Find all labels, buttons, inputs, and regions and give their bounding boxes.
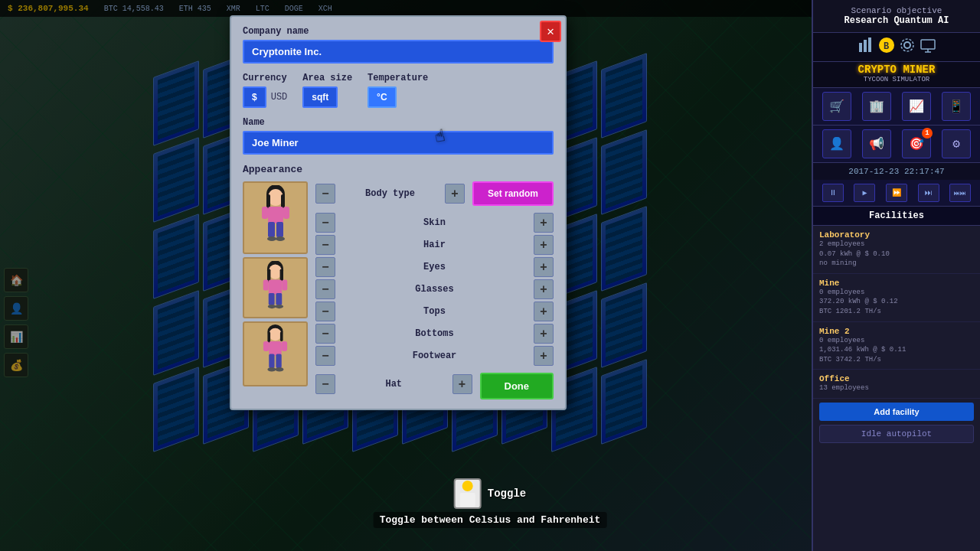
- char-preview-mid: [243, 257, 308, 318]
- fast-btn[interactable]: ⏩: [886, 184, 907, 202]
- bottoms-plus[interactable]: +: [534, 324, 554, 344]
- facility-mine2-emp: 0 employees: [819, 336, 974, 346]
- sidebar-megaphone-btn[interactable]: 📢: [862, 129, 891, 158]
- bar-chart-icon: [858, 37, 874, 54]
- facility-mine2-name: Mine 2: [819, 327, 974, 336]
- bitcoin-icon: B: [878, 37, 895, 54]
- pause-btn[interactable]: ⏸: [822, 184, 844, 202]
- facilities-label: Facilities: [813, 207, 980, 226]
- notification-badge: 1: [922, 128, 933, 139]
- svg-rect-2: [868, 37, 871, 52]
- facility-laboratory[interactable]: Laboratory 2 employees 0.07 kWh @ $ 0.10…: [813, 226, 980, 274]
- svg-rect-27: [282, 280, 287, 291]
- svg-rect-7: [921, 40, 935, 49]
- areasize-select-row: sqft: [302, 86, 352, 108]
- playback-controls: ⏸ ▶ ⏩ ⏭ ⏭⏭: [813, 180, 980, 207]
- facility-mine[interactable]: Mine 0 employees 372.20 kWh @ $ 0.12 BTC…: [813, 274, 980, 322]
- footwear-minus[interactable]: −: [315, 346, 335, 366]
- svg-rect-37: [263, 341, 269, 351]
- set-random-button[interactable]: Set random: [472, 181, 554, 206]
- skin-minus[interactable]: −: [315, 213, 335, 233]
- svg-rect-38: [282, 341, 287, 351]
- sidebar-stats-btn[interactable]: 📈: [902, 92, 931, 121]
- tops-row: − Tops +: [315, 302, 554, 321]
- eyes-minus[interactable]: −: [315, 257, 335, 277]
- close-button[interactable]: ✕: [540, 21, 561, 42]
- company-name-input[interactable]: [243, 40, 554, 64]
- areasize-label: Area size: [302, 73, 352, 83]
- svg-rect-35: [280, 331, 283, 341]
- svg-rect-34: [267, 331, 270, 343]
- char-preview-small: [243, 321, 308, 386]
- svg-point-5: [904, 42, 910, 48]
- toggle-icon: [454, 478, 482, 509]
- hair-plus[interactable]: +: [534, 235, 554, 255]
- character-preview-column: [243, 181, 308, 399]
- bottoms-label: Bottoms: [341, 328, 528, 339]
- logo-text-line1: CRYPTO MINER: [817, 64, 976, 76]
- faster-btn[interactable]: ⏭: [918, 184, 939, 202]
- tops-minus[interactable]: −: [315, 302, 335, 321]
- name-input[interactable]: [243, 131, 554, 155]
- svg-rect-16: [283, 207, 289, 219]
- eyes-plus[interactable]: +: [534, 257, 554, 277]
- fastest-btn[interactable]: ⏭⏭: [949, 184, 971, 202]
- modal-content: Company name Currency $ USD Area size sq…: [231, 17, 565, 409]
- svg-point-41: [267, 367, 276, 371]
- svg-rect-13: [281, 194, 285, 208]
- currency-unit-label: USD: [271, 92, 288, 103]
- svg-rect-28: [269, 293, 275, 305]
- svg-rect-0: [859, 43, 862, 52]
- datetime-display: 2017-12-23 22:17:47: [813, 163, 980, 180]
- svg-point-42: [276, 367, 284, 371]
- glasses-plus[interactable]: +: [534, 279, 554, 299]
- svg-rect-26: [263, 280, 269, 291]
- character-small-svg: [254, 324, 296, 385]
- scenario-label: Scenario objective: [819, 6, 974, 15]
- svg-rect-36: [269, 341, 282, 355]
- play-btn[interactable]: ▶: [854, 184, 875, 202]
- sidebar-settings-btn[interactable]: ⚙️: [942, 129, 971, 158]
- idle-autopilot-button[interactable]: Idle autopilot: [819, 425, 974, 443]
- body-type-plus[interactable]: +: [445, 184, 465, 204]
- sidebar-phone-btn[interactable]: 📱: [942, 92, 971, 121]
- done-button[interactable]: Done: [480, 373, 554, 399]
- currency-group: Currency $ USD: [243, 73, 287, 108]
- areasize-btn[interactable]: sqft: [302, 86, 338, 108]
- svg-rect-39: [269, 354, 274, 367]
- skin-row: − Skin +: [315, 213, 554, 233]
- facility-mine-detail2: BTC 1201.2 TH/s: [819, 307, 974, 317]
- sidebar-building-btn[interactable]: 🏢: [862, 92, 891, 121]
- facility-office-emp: 13 employees: [819, 383, 974, 393]
- hat-minus[interactable]: −: [315, 374, 335, 394]
- temperature-group: Temperature °C: [368, 73, 428, 108]
- toggle-description: Toggle between Celsius and Fahrenheit: [374, 512, 607, 528]
- bottoms-minus[interactable]: −: [315, 324, 335, 344]
- svg-rect-40: [276, 354, 281, 367]
- glasses-minus[interactable]: −: [315, 279, 335, 299]
- sidebar-person-btn[interactable]: 👤: [822, 129, 851, 158]
- tops-label: Tops: [341, 306, 528, 317]
- hair-minus[interactable]: −: [315, 235, 335, 255]
- footwear-plus[interactable]: +: [534, 346, 554, 366]
- tops-plus[interactable]: +: [534, 302, 554, 321]
- footwear-row: − Footwear +: [315, 346, 554, 366]
- temperature-btn[interactable]: °C: [368, 86, 396, 108]
- settings-dialog: ✕ Company name Currency $ USD Area size …: [230, 15, 567, 410]
- currency-symbol-btn[interactable]: $: [243, 86, 266, 108]
- sidebar-icons-row-bottom: 👤 📢 🎯 1 ⚙️: [813, 126, 980, 163]
- facility-mine2[interactable]: Mine 2 0 employees 1,031.46 kWh @ $ 0.11…: [813, 322, 980, 370]
- sidebar-target-btn[interactable]: 🎯 1: [902, 129, 931, 158]
- character-mid-svg: [254, 261, 296, 315]
- sidebar-shop-btn[interactable]: 🛒: [822, 92, 851, 121]
- footwear-label: Footwear: [341, 350, 528, 361]
- skin-plus[interactable]: +: [534, 213, 554, 233]
- skin-label: Skin: [341, 217, 528, 228]
- appearance-area: − Body type + Set random − Skin + − Hair: [243, 181, 554, 399]
- facility-office[interactable]: Office 13 employees: [813, 370, 980, 399]
- facility-laboratory-detail1: 0.07 kWh @ $ 0.10: [819, 249, 974, 259]
- svg-rect-29: [276, 293, 282, 305]
- hat-plus[interactable]: +: [452, 374, 472, 394]
- body-type-minus[interactable]: −: [315, 184, 335, 204]
- add-facility-button[interactable]: Add facility: [819, 403, 974, 421]
